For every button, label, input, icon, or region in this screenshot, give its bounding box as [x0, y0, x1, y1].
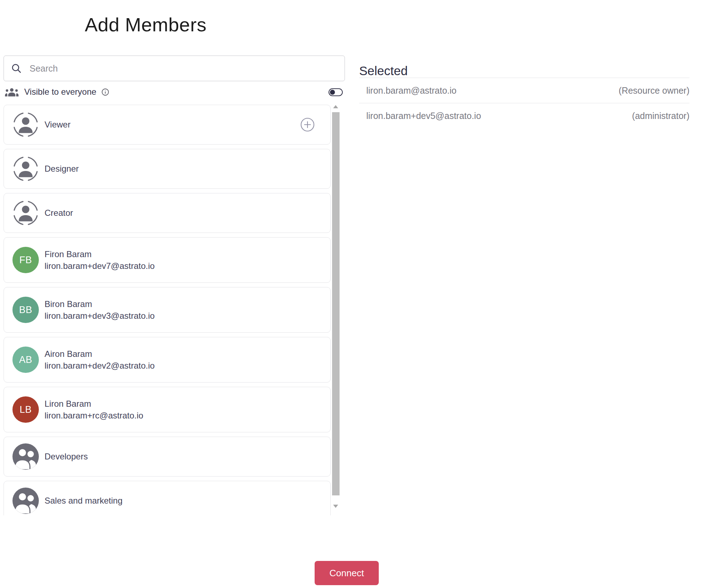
list-item[interactable]: Sales and marketing [4, 481, 331, 515]
scroll-down-arrow[interactable] [333, 505, 338, 508]
visibility-toggle[interactable] [329, 88, 343, 96]
connect-button[interactable]: Connect [315, 561, 379, 585]
avatar-initials: AB [19, 354, 32, 365]
add-member-button[interactable] [300, 117, 315, 132]
list-item[interactable]: AB Airon Baram liron.baram+dev2@astrato.… [4, 337, 331, 383]
visibility-row: Visible to everyone [5, 85, 345, 99]
user-name: Firon Baram [45, 248, 155, 260]
user-name: Biron Baram [45, 298, 155, 310]
list-item[interactable]: Creator [4, 193, 331, 233]
user-avatar: FB [12, 247, 39, 273]
user-avatar: AB [12, 347, 39, 373]
selected-row: liron.baram+dev5@astrato.io (administrat… [359, 103, 689, 128]
selected-heading: Selected [359, 64, 408, 78]
list-item-text: Sales and marketing [45, 496, 123, 506]
list-item-text: Liron Baram liron.baram+rc@astrato.io [45, 398, 143, 421]
member-list: Viewer [4, 100, 340, 515]
plus-circle-icon [300, 117, 315, 132]
list-item-text: Firon Baram liron.baram+dev7@astrato.io [45, 248, 155, 272]
user-avatar: BB [12, 297, 39, 323]
toggle-knob [330, 90, 335, 95]
role-avatar-icon [12, 156, 39, 182]
list-item-label: Viewer [45, 120, 71, 130]
list-item[interactable]: Designer [4, 149, 331, 189]
user-email: liron.baram+rc@astrato.io [45, 410, 143, 421]
selected-email: liron.baram@astrato.io [366, 85, 456, 96]
role-avatar-icon [12, 200, 39, 226]
user-email: liron.baram+dev2@astrato.io [45, 360, 155, 371]
list-item-text: Biron Baram liron.baram+dev3@astrato.io [45, 298, 155, 322]
user-name: Liron Baram [45, 398, 143, 410]
selected-role: (Resource owner) [619, 85, 689, 96]
list-item-label: Sales and marketing [45, 496, 123, 506]
selected-row: liron.baram@astrato.io (Resource owner) [359, 78, 689, 103]
group-avatar-icon [12, 443, 39, 470]
list-item-label: Developers [45, 452, 88, 462]
avatar-initials: BB [19, 305, 32, 316]
selected-email: liron.baram+dev5@astrato.io [366, 111, 481, 121]
list-item[interactable]: LB Liron Baram liron.baram+rc@astrato.io [4, 387, 331, 432]
user-avatar: LB [12, 396, 39, 423]
list-item[interactable]: FB Firon Baram liron.baram+dev7@astrato.… [4, 237, 331, 283]
avatar-initials: LB [20, 404, 32, 415]
scrollbar-thumb[interactable] [332, 112, 340, 495]
visibility-label: Visible to everyone [24, 87, 96, 97]
list-item-text: Viewer [45, 120, 71, 130]
search-icon [11, 63, 22, 74]
list-item-text: Creator [45, 208, 73, 218]
selected-list: liron.baram@astrato.io (Resource owner) … [359, 78, 689, 128]
group-avatar-icon [12, 488, 39, 514]
role-avatar-icon [12, 111, 39, 138]
list-item[interactable]: BB Biron Baram liron.baram+dev3@astrato.… [4, 287, 331, 333]
list-item[interactable]: Developers [4, 437, 331, 477]
search-box[interactable] [4, 56, 345, 81]
list-item-label: Creator [45, 208, 73, 218]
user-email: liron.baram+dev3@astrato.io [45, 310, 155, 322]
list-item-text: Designer [45, 164, 79, 174]
page-title: Add Members [85, 13, 207, 36]
list-item[interactable]: Viewer [4, 105, 331, 145]
search-input[interactable] [29, 63, 337, 74]
scroll-up-arrow[interactable] [333, 105, 338, 108]
list-item-text: Airon Baram liron.baram+dev2@astrato.io [45, 348, 155, 371]
avatar-initials: FB [19, 255, 32, 266]
list-item-label: Designer [45, 164, 79, 174]
selected-role: (administrator) [632, 111, 689, 121]
info-icon[interactable] [101, 88, 109, 96]
list-item-text: Developers [45, 452, 88, 462]
user-email: liron.baram+dev7@astrato.io [45, 260, 155, 272]
user-name: Airon Baram [45, 348, 155, 360]
member-list-column: Viewer [4, 100, 331, 515]
list-scrollbar [332, 100, 340, 515]
people-group-icon [5, 87, 19, 97]
